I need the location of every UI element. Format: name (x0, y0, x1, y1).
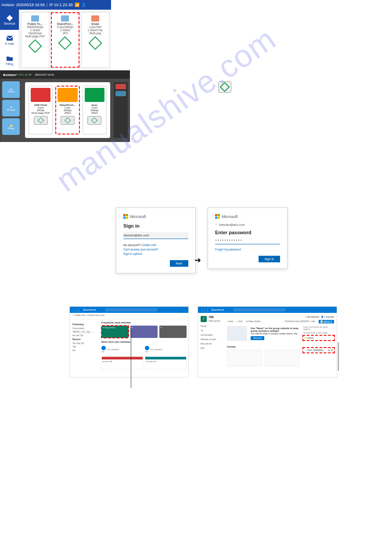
activity-doc[interactable] (227, 350, 262, 366)
sharepoint-team-site: ⋮⋮⋮ SharePoint 7 789Team group Home 7a c… (198, 306, 337, 377)
scans-folder[interactable]: 📁 Scans (303, 336, 334, 340)
signin-title: Sign in (123, 223, 188, 229)
mail-icon (7, 35, 13, 41)
avision-touchscreen-2: Avision IP 10.1.22.38 2021/1/27 19:19 ☁C… (0, 70, 130, 142)
info-icon[interactable] (115, 91, 126, 96)
following-item[interactable]: test site 123 (72, 334, 97, 337)
following-item[interactable]: 789PMC_COL_SQL_... (72, 331, 97, 333)
signin-button[interactable]: Sign in (259, 256, 280, 262)
ms-logo: Microsoft (215, 214, 280, 219)
signin-options-link[interactable]: Sign-in options (123, 252, 188, 255)
recent-item[interactable]: Test Site 123 (72, 342, 97, 345)
search-input[interactable] (233, 308, 286, 312)
datetime: 2021/1/27 19:19 (35, 73, 54, 76)
recent-item[interactable]: test (72, 349, 97, 352)
scanned-file[interactable]: 📄 DOC_00000001... 11:13 (303, 348, 334, 352)
card-usb-flash[interactable]: USB Flash Color 200dpi Multi-page PDF (29, 86, 53, 134)
page-details-button[interactable]: ⚙ Page details (246, 320, 260, 323)
topbar: ⋮⋮⋮ SharePoint (70, 307, 188, 313)
nav-item[interactable]: 7a (201, 329, 222, 332)
start-icon (29, 39, 42, 53)
app-launcher-icon[interactable]: ⋮⋮⋮ (72, 308, 80, 312)
news-illustration (227, 326, 247, 341)
diamond-icon (38, 117, 44, 123)
mail-icon (85, 88, 104, 102)
start-button[interactable] (34, 116, 48, 125)
folder-icon: 📁 (10, 124, 13, 127)
card-bess[interactable]: bess Color 300dpi JPEG (83, 86, 107, 134)
cant-access-link[interactable]: Can't access your account? (123, 248, 188, 251)
recent-item[interactable]: 789 (72, 346, 97, 348)
nav-edit[interactable]: Edit (201, 347, 222, 349)
news-item[interactable]: DOC_00000001789 (145, 346, 187, 353)
nav-email[interactable]: E-mail (0, 30, 19, 50)
start-button[interactable] (87, 116, 101, 125)
edit-button[interactable]: 📝 编辑状态 (319, 320, 334, 323)
left-nav: Shortcut E-mail Filing (0, 10, 19, 70)
wifi-icon: 📶 (75, 3, 79, 7)
left-nav: Following Group websit... 789PMC_COL_SQL… (70, 319, 100, 379)
ip-address: IP 10.1.22.38 (16, 73, 32, 76)
nav-cloud[interactable]: ☁Cloud (2, 81, 20, 98)
topbar: ⋮⋮⋮ SharePoint (198, 307, 337, 313)
action-bar[interactable]: + Create site + Create news post (70, 313, 188, 319)
site-tile-selected[interactable]: ★ Group websit... (101, 326, 129, 338)
tile-public-folder[interactable]: Public Fo... B&W/200dpi 1-Sided FaceDown… (21, 12, 49, 68)
diamond-icon (220, 82, 230, 92)
following-item[interactable]: Group websit... (72, 327, 97, 330)
nav-filing[interactable]: 📁Filing (2, 118, 20, 135)
nav-home[interactable]: Home (201, 325, 222, 327)
search-input[interactable] (105, 308, 158, 312)
tile-sharepoint[interactable]: SharePoin... Color/300dpi 2-Sided JPG (51, 12, 79, 68)
email-input[interactable] (123, 232, 188, 239)
create-account-link[interactable]: Create one! (141, 243, 156, 247)
brand: Avision (3, 73, 16, 77)
nav-email[interactable]: ✉E-mail (2, 100, 20, 116)
ip-address: IP 10.1.22.38 (49, 3, 72, 7)
password-input[interactable]: •••••••••••• (215, 239, 280, 244)
card-sharepoint[interactable]: SharePoint... Color 200dpi JPEG (55, 86, 79, 134)
next-button[interactable]: Next (170, 260, 188, 267)
start-scan-button[interactable] (218, 81, 231, 93)
diamond-icon (65, 117, 71, 123)
site-card[interactable]: Test Site site (145, 356, 187, 370)
toolbar (114, 82, 128, 138)
add-button[interactable]: + Add (237, 320, 242, 323)
activity-doc[interactable] (265, 350, 300, 366)
site-avatar: 7 (201, 316, 207, 322)
nav-item[interactable]: conversation (201, 334, 222, 336)
avision-touchscreen-1: Avision 2020/6/18 16:56 | IP 10.1.22.38 … (0, 0, 111, 70)
sharepoint-home: ⋮⋮⋮ SharePoint + Create site + Create ne… (69, 306, 189, 377)
nav-filing[interactable]: Filing (0, 50, 19, 70)
callout-line (131, 329, 131, 388)
tile-email[interactable]: Email Color/300 1-Sided Fac Multi-pag (81, 12, 109, 68)
grid-icon[interactable] (115, 84, 126, 89)
svg-rect-0 (7, 36, 13, 40)
nav-item[interactable]: Website content (201, 338, 222, 341)
mail-icon: ✉ (10, 105, 12, 109)
published-info: Published time 2020/2/8 ✏ edit (285, 320, 315, 323)
folder-icon (31, 15, 39, 22)
new-post-button[interactable]: New post (251, 336, 264, 340)
follow-link[interactable]: ☆ Not followed (305, 316, 319, 318)
forgot-password-link[interactable]: Forgot my password (215, 248, 280, 251)
new-button[interactable]: + New (227, 320, 233, 323)
ms-logo: Microsoft (123, 214, 188, 219)
nav-item[interactable]: Recycle bin (201, 342, 222, 345)
app-launcher-icon[interactable]: ⋮⋮⋮ (201, 308, 209, 312)
folder-icon (7, 55, 13, 62)
news-item[interactable]: DOC_00000001789 (101, 346, 143, 353)
start-button[interactable] (61, 116, 75, 125)
toolbar: + New + Add ⚙ Page details Published tim… (227, 320, 334, 323)
ms-password-screen: Microsoft ← dresden@abc.com Enter passwo… (208, 207, 288, 269)
site-card[interactable]: test site 123 (101, 356, 143, 370)
members-link[interactable]: 👤 1 member (321, 316, 334, 318)
site-tile[interactable]: ★ (130, 326, 158, 338)
site-avatar-icon (101, 346, 106, 350)
site-tile[interactable]: ★ (159, 326, 187, 338)
ms-signin-screen: Microsoft Sign in No account? Create one… (116, 207, 196, 273)
sharepoint-icon (58, 88, 77, 102)
folder-icon (61, 15, 69, 22)
nav-shortcut[interactable]: Shortcut (0, 10, 19, 30)
account-email: ← dresden@abc.com (215, 223, 280, 226)
